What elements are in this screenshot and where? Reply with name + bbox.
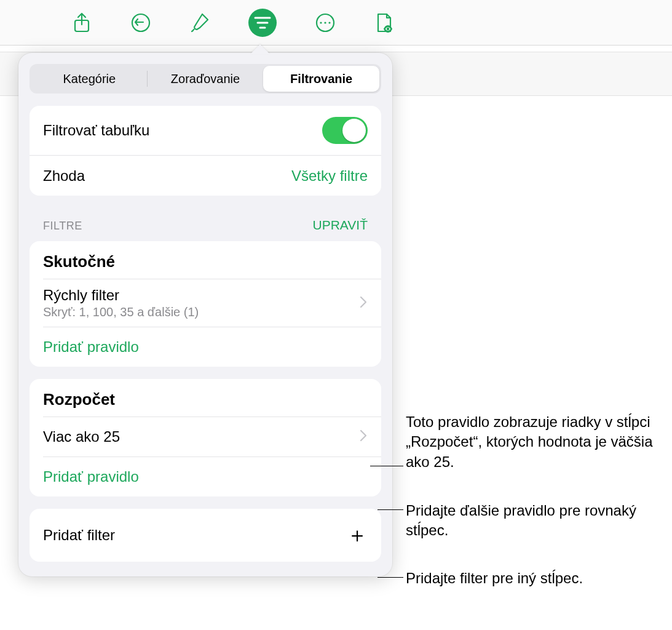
svg-point-7 [324, 22, 326, 23]
add-rule-label: Pridať pravidlo [43, 338, 139, 355]
match-label: Zhoda [43, 167, 85, 185]
rule-primary: Rýchly filter [43, 287, 199, 304]
match-row[interactable]: Zhoda Všetky filtre [30, 155, 381, 196]
add-filter-card[interactable]: Pridať filter ＋ [30, 509, 381, 562]
callout-rule-desc: Toto pravidlo zobrazuje riadky v stĺpci … [406, 412, 664, 472]
svg-point-8 [328, 22, 330, 23]
svg-point-6 [320, 22, 322, 23]
filter-table-label: Filtrovať tabuľku [43, 122, 149, 139]
filter-table-row: Filtrovať tabuľku [30, 106, 381, 155]
quick-filter-row[interactable]: Rýchly filter Skryť: 1, 100, 35 a ďalšie… [30, 279, 381, 327]
callout-line [370, 466, 403, 466]
share-icon[interactable] [71, 12, 92, 33]
match-value: Všetky filtre [291, 167, 368, 185]
callout-line [378, 509, 403, 510]
filter-group-budget: Rozpočet Viac ako 25 Pridať pravidlo [30, 379, 381, 496]
group-title: Skutočné [30, 241, 381, 279]
filters-section-header: FILTRE UPRAVIŤ [30, 196, 381, 237]
edit-filters-button[interactable]: UPRAVIŤ [313, 218, 368, 233]
filter-table-toggle[interactable] [322, 117, 368, 144]
svg-point-10 [387, 27, 389, 30]
tab-label: Filtrovanie [290, 72, 352, 86]
callout-line [378, 577, 403, 578]
filter-popover: Kategórie Zoraďovanie Filtrovanie Filtro… [18, 53, 392, 576]
tab-categories[interactable]: Kategórie [31, 66, 148, 92]
rule-more-than-25[interactable]: Viac ako 25 [30, 417, 381, 457]
more-icon[interactable] [315, 12, 336, 33]
callout-add-rule-desc: Pridajte ďalšie pravidlo pre rovnaký stĺ… [406, 501, 664, 541]
tab-label: Kategórie [63, 72, 116, 86]
document-view-icon[interactable] [374, 12, 395, 33]
segmented-control: Kategórie Zoraďovanie Filtrovanie [30, 64, 381, 94]
callout-add-filter-desc: Pridajte filter pre iný stĺpec. [406, 568, 583, 588]
rule-primary: Viac ako 25 [43, 428, 120, 445]
rule-secondary: Skryť: 1, 100, 35 a ďalšie (1) [43, 305, 199, 319]
format-brush-icon[interactable] [189, 12, 210, 33]
undo-icon[interactable] [130, 12, 151, 33]
filter-settings-card: Filtrovať tabuľku Zhoda Všetky filtre [30, 106, 381, 196]
add-filter-label: Pridať filter [43, 527, 115, 544]
add-rule-button[interactable]: Pridať pravidlo [30, 327, 381, 367]
tab-filtering[interactable]: Filtrovanie [263, 66, 379, 92]
filters-header-label: FILTRE [43, 220, 82, 233]
plus-icon: ＋ [347, 521, 368, 549]
filter-icon[interactable] [248, 9, 277, 37]
chevron-right-icon [359, 295, 368, 311]
tab-label: Zoraďovanie [171, 72, 240, 86]
add-rule-button[interactable]: Pridať pravidlo [30, 457, 381, 496]
tab-sorting[interactable]: Zoraďovanie [148, 66, 264, 92]
filter-group-actual: Skutočné Rýchly filter Skryť: 1, 100, 35… [30, 241, 381, 367]
chevron-right-icon [359, 429, 368, 445]
group-title: Rozpočet [30, 379, 381, 417]
add-rule-label: Pridať pravidlo [43, 468, 139, 485]
toolbar [0, 0, 672, 46]
